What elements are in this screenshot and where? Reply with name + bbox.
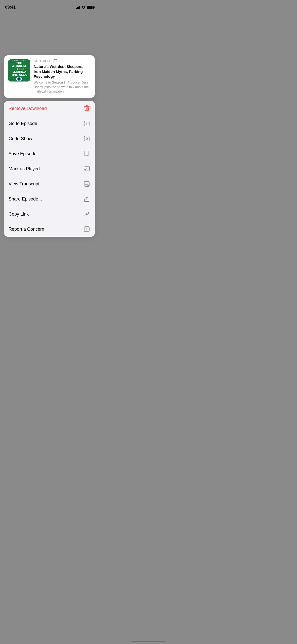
svg-rect-1: [84, 136, 89, 141]
signal-icon: [76, 6, 80, 9]
context-menu: Remove Download Go to Episode Go to Show: [4, 101, 95, 237]
meta-separator: ·: [51, 59, 52, 63]
episode-artwork: POPULAR SCIENCE THEWEIRDESTTHING ILEARNE…: [8, 59, 30, 82]
status-bar: 09:41: [0, 0, 99, 13]
remove-download-button[interactable]: Remove Download: [4, 101, 95, 116]
go-to-show-label: Go to Show: [9, 136, 32, 141]
save-episode-button[interactable]: Save Episode: [4, 146, 95, 161]
go-to-episode-button[interactable]: Go to Episode: [4, 116, 95, 131]
transcript-icon: [83, 180, 90, 187]
svg-point-2: [86, 138, 88, 139]
artwork-title: THEWEIRDESTTHING ILEARNEDTHIS WEEK: [11, 62, 27, 76]
mark-as-played-button[interactable]: Mark as Played: [4, 161, 95, 176]
trash-icon: [83, 105, 90, 112]
episode-description: Welcome to Season 8! Producer Jess Boddy…: [34, 80, 91, 94]
artwork-brand: POPULAR SCIENCE: [12, 60, 26, 61]
go-to-episode-label: Go to Episode: [9, 121, 37, 126]
status-icons: [76, 6, 94, 9]
report-icon: [83, 226, 90, 233]
remove-download-label: Remove Download: [9, 106, 47, 111]
view-transcript-button[interactable]: View Transcript: [4, 176, 95, 191]
wifi-icon: [81, 6, 86, 9]
status-time: 09:41: [5, 5, 16, 10]
mark-as-played-label: Mark as Played: [9, 166, 40, 172]
artwork-eye-graphic: [16, 77, 22, 81]
bookmark-icon: [83, 150, 90, 157]
copy-link-button[interactable]: Copy Link: [4, 207, 95, 222]
copy-link-label: Copy Link: [9, 212, 29, 217]
episode-info: 2D AGO · E Nature's Weirdest Sleepers, I…: [34, 59, 91, 94]
info-square-icon: [83, 120, 90, 127]
save-episode-label: Save Episode: [9, 151, 36, 156]
report-concern-label: Report a Concern: [9, 227, 44, 232]
main-content: POPULAR SCIENCE THEWEIRDESTTHING ILEARNE…: [0, 53, 99, 244]
episode-card: POPULAR SCIENCE THEWEIRDESTTHING ILEARNE…: [4, 55, 95, 98]
link-icon: [83, 211, 90, 218]
episode-meta: 2D AGO · E: [34, 59, 91, 63]
report-concern-button[interactable]: Report a Concern: [4, 222, 95, 237]
episode-time-ago: 2D AGO: [38, 59, 50, 63]
share-episode-button[interactable]: Share Episode...: [4, 191, 95, 207]
explicit-badge: E: [54, 59, 57, 63]
svg-point-7: [87, 230, 87, 230]
podcast-icon: [83, 135, 90, 142]
episode-title: Nature's Weirdest Sleepers, Iron Maiden …: [34, 64, 91, 79]
episode-signal-icon: [34, 60, 37, 62]
share-episode-label: Share Episode...: [9, 196, 42, 202]
svg-rect-3: [85, 166, 90, 171]
view-transcript-label: View Transcript: [9, 181, 39, 187]
share-icon: [83, 195, 90, 203]
battery-icon: [87, 6, 94, 9]
go-to-show-button[interactable]: Go to Show: [4, 131, 95, 146]
checkmark-square-icon: [83, 165, 90, 172]
